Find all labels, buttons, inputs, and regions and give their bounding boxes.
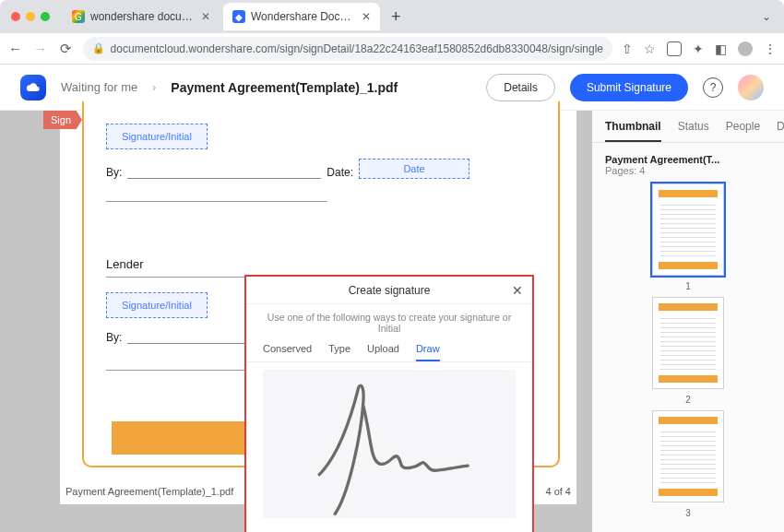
footer-doc-name: Payment Agreement(Template)_1.pdf	[65, 486, 233, 497]
favicon-google-icon: G	[72, 10, 85, 23]
modal-header: Create signature ✕	[246, 277, 532, 304]
tab-conserved[interactable]: Conserved	[263, 343, 312, 361]
close-tab-icon[interactable]: ✕	[362, 10, 371, 23]
bookmark-icon[interactable]: ☆	[644, 41, 656, 56]
thumb-number: 2	[685, 395, 691, 405]
right-sidebar: Thumbnail Status People Details Payment …	[592, 111, 784, 532]
browser-tab-2[interactable]: ◆ Wondershare Document Cloud ✕	[223, 3, 380, 30]
help-icon[interactable]: ?	[703, 77, 723, 98]
reload-button[interactable]: ⟳	[57, 41, 73, 57]
lender-heading: Lender	[106, 257, 536, 271]
by-label: By:	[106, 166, 122, 179]
modal-title: Create signature	[349, 284, 431, 297]
thumb-number: 3	[685, 508, 691, 518]
new-tab-button[interactable]: +	[384, 7, 409, 27]
page-thumbnail-1[interactable]	[652, 183, 724, 276]
tab-upload[interactable]: Upload	[367, 343, 399, 361]
modal-tabs: Conserved Type Upload Draw	[246, 339, 532, 362]
tab-status[interactable]: Status	[678, 120, 709, 142]
browser-toolbar: ← → ⟳ 🔒 documentcloud.wondershare.com/si…	[0, 33, 784, 65]
browser-tab-1[interactable]: G wondershare document cloud ✕	[63, 3, 220, 30]
tab-people[interactable]: People	[726, 120, 760, 142]
tab-title: wondershare document cloud	[90, 10, 196, 23]
tab-thumbnail[interactable]: Thumbnail	[605, 120, 661, 142]
thumb-number: 1	[685, 281, 691, 291]
favicon-wondershare-icon: ◆	[232, 10, 245, 23]
address-bar[interactable]: 🔒 documentcloud.wondershare.com/sign/sig…	[83, 37, 612, 61]
sign-here-tag[interactable]: Sign	[43, 111, 82, 129]
signature-field[interactable]: Signature/Initial	[106, 124, 208, 149]
app-logo[interactable]	[20, 75, 46, 100]
submit-signature-button[interactable]: Submit Signature	[570, 74, 688, 101]
signature-line	[127, 162, 321, 179]
thumbnail-page-count: Pages: 4	[605, 165, 771, 176]
chevron-right-icon: ›	[152, 81, 156, 94]
date-field[interactable]: Date	[359, 159, 469, 179]
close-tab-icon[interactable]: ✕	[201, 10, 210, 23]
side-panel-icon[interactable]: ◧	[715, 41, 727, 56]
close-window-icon[interactable]	[11, 12, 20, 21]
browser-actions: ⇧ ☆ ✦ ◧ ⋮	[622, 41, 777, 56]
thumbnail-list[interactable]: 1 2 3	[592, 178, 784, 524]
back-button[interactable]: ←	[7, 41, 23, 56]
user-avatar[interactable]	[738, 75, 764, 100]
thumbnail-doc-title: Payment Agreement(T...	[605, 154, 771, 165]
date-label: Date:	[327, 166, 353, 179]
window-controls[interactable]	[11, 12, 50, 21]
document-name: Payment Agreement(Template)_1.pdf	[171, 80, 398, 95]
tab-details[interactable]: Details	[777, 120, 784, 142]
lock-icon: 🔒	[92, 42, 105, 54]
signature-drawing	[263, 370, 516, 518]
tab-title: Wondershare Document Cloud	[251, 10, 356, 23]
sidebar-tabs: Thumbnail Status People Details	[592, 111, 784, 143]
minimize-window-icon[interactable]	[26, 12, 35, 21]
workspace: Sign Signature/Initial By: Date: Date Le…	[0, 111, 784, 532]
url-text: documentcloud.wondershare.com/sign/signD…	[111, 42, 603, 55]
browser-tab-strip: G wondershare document cloud ✕ ◆ Wonders…	[0, 0, 784, 33]
forward-button: →	[32, 41, 48, 56]
tab-draw[interactable]: Draw	[416, 343, 440, 361]
page-thumbnail-3[interactable]	[652, 410, 724, 502]
by-label: By:	[106, 331, 122, 344]
modal-footer: 🗑 Save	[246, 526, 532, 532]
page-thumbnail-2[interactable]	[652, 297, 724, 389]
signature-field[interactable]: Signature/Initial	[106, 292, 208, 318]
cloud-icon	[26, 80, 41, 95]
share-icon[interactable]: ⇧	[622, 41, 633, 56]
thumbnail-header: Payment Agreement(T... Pages: 4	[592, 143, 784, 178]
maximize-window-icon[interactable]	[41, 12, 50, 21]
details-button[interactable]: Details	[486, 74, 555, 101]
extension-icon[interactable]	[667, 41, 682, 56]
extensions-icon[interactable]: ✦	[693, 41, 704, 56]
breadcrumb[interactable]: Waiting for me	[61, 80, 137, 94]
create-signature-modal: Create signature ✕ Use one of the follow…	[244, 275, 534, 532]
menu-icon[interactable]: ⋮	[764, 41, 777, 56]
close-icon[interactable]: ✕	[512, 283, 523, 298]
signature-canvas[interactable]	[263, 370, 516, 518]
tab-type[interactable]: Type	[328, 343, 350, 361]
profile-icon[interactable]	[738, 41, 753, 56]
tab-overflow-icon[interactable]: ⌄	[762, 10, 777, 23]
page-indicator: 4 of 4	[545, 486, 571, 497]
modal-subtitle: Use one of the following ways to create …	[246, 304, 532, 339]
divider	[106, 201, 327, 202]
